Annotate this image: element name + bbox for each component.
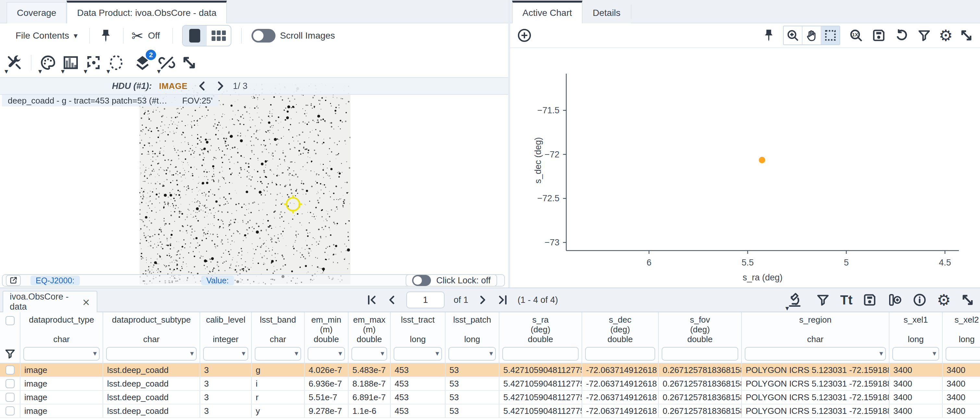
chart-zoom-button[interactable]	[784, 26, 802, 45]
unlink-wcs-button[interactable]: ▾	[158, 54, 175, 71]
column-header-lsst_band[interactable]: lsst_band char	[252, 312, 305, 345]
filter-input-s_fov[interactable]	[662, 347, 738, 361]
filter-input-lsst_patch[interactable]	[449, 347, 496, 361]
histogram-stretch-button[interactable]: ▾	[62, 54, 79, 71]
prev-page-icon[interactable]	[387, 295, 397, 305]
table-text-view-button[interactable]: Tt	[840, 293, 853, 307]
filter-input-dataproduct_subtype[interactable]	[106, 347, 197, 361]
recenter-button[interactable]: ▾	[85, 54, 102, 71]
left-tabbar: Coverage Data Product: ivoa.ObsCore - da…	[0, 0, 508, 23]
next-page-icon[interactable]	[477, 295, 488, 305]
chart-settings-button[interactable]: ⚙	[939, 28, 953, 43]
table-header-row: dataproduct_type chardataproduct_subtype…	[0, 312, 980, 345]
filter-input-em_max[interactable]	[352, 347, 387, 361]
file-contents-menu[interactable]: File Contents ▾	[16, 30, 78, 41]
column-header-lsst_tract[interactable]: lsst_tract long	[391, 312, 445, 345]
chart-pan-button[interactable]	[802, 26, 821, 45]
chart-filter-button[interactable]	[917, 28, 932, 43]
row-checkbox[interactable]	[6, 366, 14, 375]
column-header-s_xel1[interactable]: s_xel1 long	[889, 312, 943, 345]
column-header-s_dec[interactable]: s_dec(deg)double	[582, 312, 659, 345]
tab-coverage[interactable]: Coverage	[6, 2, 67, 23]
filter-input-em_min[interactable]	[308, 347, 345, 361]
cell-s_region: POLYGON ICRS 5.123031 -72.159188 5.73	[742, 404, 889, 417]
row-checkbox[interactable]	[6, 393, 14, 402]
filter-input-lsst_band[interactable]	[255, 347, 301, 361]
ellipse-select-icon	[108, 54, 125, 71]
column-header-dataproduct_type[interactable]: dataproduct_type char	[21, 312, 103, 345]
table-row[interactable]: imagelsst.deep_coadd3y9.278e-71.1e-64535…	[0, 404, 980, 418]
add-chart-button[interactable]	[517, 28, 532, 43]
filter-input-s_dec[interactable]	[585, 347, 655, 361]
table-filter-button[interactable]	[816, 293, 830, 307]
table-settings-button[interactable]: ⚙	[937, 292, 951, 308]
table-expand-button[interactable]	[961, 293, 975, 307]
row-checkbox[interactable]	[6, 379, 14, 388]
chart-save-button[interactable]	[871, 28, 886, 43]
column-header-dataproduct_subtype[interactable]: dataproduct_subtype char	[103, 312, 200, 345]
expand-image-button[interactable]	[181, 54, 197, 71]
filter-input-s_ra[interactable]	[502, 347, 579, 361]
next-hdu-icon[interactable]	[215, 81, 226, 92]
table-analyze-button[interactable]: ▾	[787, 292, 803, 308]
image-title: deep_coadd - g - tract=453 patch=53 (#t…	[8, 96, 167, 106]
image-tools-button[interactable]: ▾	[6, 54, 23, 71]
table-tab[interactable]: ivoa.ObsCore - data ×	[3, 291, 97, 312]
filter-input-s_xel1[interactable]	[892, 347, 939, 361]
row-checkbox[interactable]	[6, 406, 14, 415]
fits-image[interactable]	[140, 83, 350, 284]
grid-view-button[interactable]	[207, 25, 231, 46]
column-header-s_xel2[interactable]: s_xel2 long	[943, 312, 980, 345]
table-save-button[interactable]	[862, 293, 877, 307]
tools-icon	[6, 54, 23, 71]
last-page-icon[interactable]	[497, 294, 509, 306]
pin-chart-button[interactable]	[762, 28, 776, 43]
tab-details[interactable]: Details	[582, 2, 631, 23]
chart-zoom-original-button[interactable]	[849, 28, 864, 43]
prev-hdu-icon[interactable]	[197, 81, 208, 92]
table-row[interactable]: imagelsst.deep_coadd3i6.936e-78.188e-745…	[0, 377, 980, 391]
column-header-s_fov[interactable]: s_fov(deg)double	[659, 312, 742, 345]
select-region-button[interactable]: ▾	[108, 54, 125, 71]
table-row[interactable]: imagelsst.deep_coadd3g4.026e-75.483e-745…	[0, 364, 980, 377]
filter-input-dataproduct_type[interactable]	[23, 347, 100, 361]
popout-button[interactable]	[6, 275, 21, 286]
filter-input-calib_level[interactable]	[203, 347, 248, 361]
column-header-s_ra[interactable]: s_ra(deg)double	[500, 312, 582, 345]
first-page-icon[interactable]	[366, 294, 378, 306]
table-row[interactable]: imagelsst.deep_coadd3r5.51e-76.891e-7453…	[0, 391, 980, 404]
filter-input-s_xel2[interactable]	[946, 347, 980, 361]
select-all-cell	[0, 312, 21, 345]
column-header-em_max[interactable]: em_max(m)double	[348, 312, 391, 345]
cutout-button[interactable]: ✂ Off	[131, 28, 160, 44]
close-icon[interactable]: ×	[82, 296, 90, 308]
single-view-button[interactable]	[183, 25, 207, 46]
chart-reset-button[interactable]	[894, 28, 909, 43]
column-header-s_region[interactable]: s_region char	[742, 312, 889, 345]
table-info-button[interactable]	[912, 293, 927, 307]
palette-icon	[40, 54, 56, 71]
cell-dataproduct_type: image	[21, 364, 103, 377]
chart-select-button[interactable]	[821, 26, 840, 45]
column-header-calib_level[interactable]: calib_level integer	[200, 312, 252, 345]
scroll-images-toggle[interactable]	[251, 29, 275, 43]
color-stretch-button[interactable]: ▾	[40, 54, 56, 71]
scatter-chart[interactable]: 65.554.5−71.5−72−72.5−73 s_ra (deg) s_de…	[510, 48, 980, 288]
layers-button[interactable]: 2	[134, 54, 151, 71]
table-add-column-button[interactable]	[887, 292, 902, 308]
filter-input-lsst_tract[interactable]	[394, 347, 442, 361]
column-header-em_min[interactable]: em_min(m)double	[305, 312, 348, 345]
filter-input-s_region[interactable]	[745, 347, 886, 361]
table-toolbar: ▾ Tt ⚙	[784, 288, 975, 312]
svg-text:−72: −72	[544, 150, 560, 159]
chart-expand-button[interactable]	[959, 28, 974, 43]
select-all-checkbox[interactable]	[6, 316, 14, 325]
page-number-input[interactable]	[406, 291, 445, 309]
click-lock-toggle[interactable]	[412, 275, 431, 286]
pin-button[interactable]	[98, 28, 113, 43]
tab-active-chart[interactable]: Active Chart	[512, 1, 582, 23]
tab-data-product[interactable]: Data Product: ivoa.ObsCore - data	[67, 1, 227, 23]
column-header-lsst_patch[interactable]: lsst_patch long	[445, 312, 500, 345]
table-tab-label: ivoa.ObsCore - data	[10, 292, 76, 312]
cell-lsst_tract: 453	[391, 404, 445, 417]
